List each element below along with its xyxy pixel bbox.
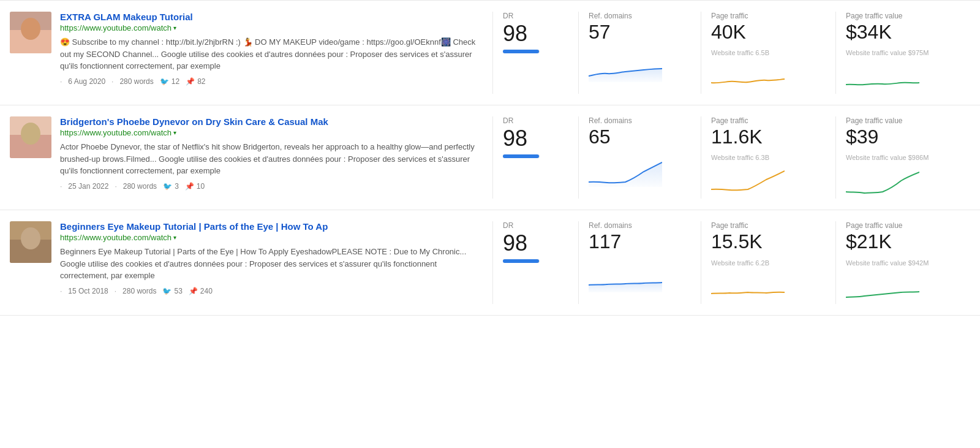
twitter-number: 3 [175,182,179,191]
result-url: https://www.youtube.com/watch ▾ [60,128,480,137]
result-date: 25 Jan 2022 [68,182,108,191]
pinterest-number: 10 [197,182,205,191]
pinterest-count: 📌 82 [186,77,205,86]
dropdown-arrow-icon[interactable]: ▾ [173,25,176,31]
dr-bar-fill [503,50,539,53]
result-url: https://www.youtube.com/watch ▾ [60,233,480,242]
svg-point-10 [21,227,40,249]
twitter-number: 12 [172,77,179,86]
dropdown-arrow-icon[interactable]: ▾ [173,234,176,241]
svg-rect-3 [16,42,45,53]
ref-domains-label: Ref. domains [589,116,691,125]
pinterest-icon: 📌 [185,182,194,191]
dropdown-arrow-icon[interactable]: ▾ [173,129,176,136]
page-traffic-value-sub: Website traffic value $942M [846,259,960,267]
ref-domains-cell: Ref. domains 57 [578,12,701,94]
page-traffic-value-label: Page traffic value [846,12,960,20]
ref-domains-chart [589,51,691,84]
svg-rect-11 [16,252,45,263]
page-traffic-cell: Page traffic 40K Website traffic 6.5B [701,12,835,94]
result-title[interactable]: EXTRA GLAM Makeup Tutorial [60,12,480,22]
pinterest-icon: 📌 [189,287,198,295]
page-traffic-sub: Website traffic 6.5B [711,49,826,56]
main-content: EXTRA GLAM Makeup Tutorial https://www.y… [10,12,492,94]
page-traffic-value-cell: Page traffic value $21K Website traffic … [835,221,970,303]
pinterest-count: 📌 240 [189,287,213,295]
result-words: 280 words [119,77,153,86]
text-content: Beginners Eye Makeup Tutorial | Parts of… [60,221,480,295]
pinterest-icon: 📌 [186,77,195,86]
ref-domains-cell: Ref. domains 117 [578,221,701,303]
page-traffic-value-sub: Website traffic value $986M [846,154,960,161]
text-content: Bridgerton's Phoebe Dynevor on Dry Skin … [60,116,480,191]
page-traffic-value-sub: Website traffic value $975M [846,49,960,56]
page-traffic-label: Page traffic [711,221,826,230]
svg-point-2 [21,18,40,40]
url-text[interactable]: https://www.youtube.com/watch [60,128,172,137]
url-text[interactable]: https://www.youtube.com/watch [60,233,172,242]
result-row: Bridgerton's Phoebe Dynevor on Dry Skin … [0,105,980,210]
page-traffic-value: 40K [711,21,826,43]
result-row: EXTRA GLAM Makeup Tutorial https://www.y… [0,0,980,105]
page-traffic-sub: Website traffic 6.3B [711,154,826,161]
dr-bar [503,259,540,263]
dr-value: 98 [503,21,568,46]
twitter-count: 🐦 12 [160,77,179,86]
thumbnail [10,116,51,158]
url-text[interactable]: https://www.youtube.com/watch [60,23,172,32]
ref-domains-label: Ref. domains [589,12,691,20]
svg-point-6 [21,123,40,145]
dr-value: 98 [503,231,568,256]
dr-bar-fill [503,259,539,263]
page-traffic-chart [711,271,826,304]
result-meta: · 6 Aug 2020 · 280 words 🐦 12 📌 82 [60,77,480,86]
page-traffic-value-num: $39 [846,126,960,148]
results-container: EXTRA GLAM Makeup Tutorial https://www.y… [0,0,980,316]
page-traffic-value-label: Page traffic value [846,116,960,125]
page-traffic-value-cell: Page traffic value $39 Website traffic v… [835,116,970,199]
page-traffic-value: 11.6K [711,126,826,148]
twitter-count: 🐦 53 [162,287,182,295]
pinterest-count: 📌 10 [185,182,205,191]
result-description: 😍 Subscribe to my channel : http://bit.l… [60,36,480,72]
ref-domains-cell: Ref. domains 65 [578,116,701,199]
result-words: 280 words [123,287,156,295]
meta-dot: · [60,287,62,295]
twitter-count: 🐦 3 [163,182,179,191]
meta-dot-2: · [115,182,116,191]
result-title[interactable]: Bridgerton's Phoebe Dynevor on Dry Skin … [60,116,480,127]
meta-dot: · [60,77,62,86]
ref-domains-value: 57 [589,21,691,43]
svg-rect-7 [16,147,45,158]
result-date: 15 Oct 2018 [68,287,108,295]
result-url: https://www.youtube.com/watch ▾ [60,23,480,32]
page-traffic-value-cell: Page traffic value $34K Website traffic … [835,12,970,94]
dr-bar-fill [503,154,539,158]
dr-label: DR [503,116,568,125]
page-traffic-value-chart [846,271,960,304]
dr-cell: DR 98 [492,12,578,94]
page-traffic-value-chart [846,166,960,199]
meta-dot-2: · [111,77,113,86]
twitter-icon: 🐦 [160,77,169,86]
thumbnail [10,221,51,263]
main-content: Beginners Eye Makeup Tutorial | Parts of… [10,221,492,303]
page-traffic-cell: Page traffic 11.6K Website traffic 6.3B [701,116,835,199]
dr-cell: DR 98 [492,116,578,199]
page-traffic-chart [711,61,826,94]
dr-value: 98 [503,126,568,151]
result-title[interactable]: Beginners Eye Makeup Tutorial | Parts of… [60,221,480,232]
page-traffic-value-chart [846,61,960,94]
page-traffic-cell: Page traffic 15.5K Website traffic 6.2B [701,221,835,303]
ref-domains-chart [589,156,691,189]
ref-domains-value: 65 [589,126,691,148]
twitter-number: 53 [174,287,182,295]
ref-domains-chart [589,262,691,294]
dr-bar [503,154,540,158]
pinterest-number: 82 [197,77,205,86]
ref-domains-label: Ref. domains [589,221,691,230]
twitter-icon: 🐦 [163,182,172,191]
page-traffic-value-num: $34K [846,21,960,43]
dr-bar [503,50,540,53]
page-traffic-chart [711,166,826,199]
